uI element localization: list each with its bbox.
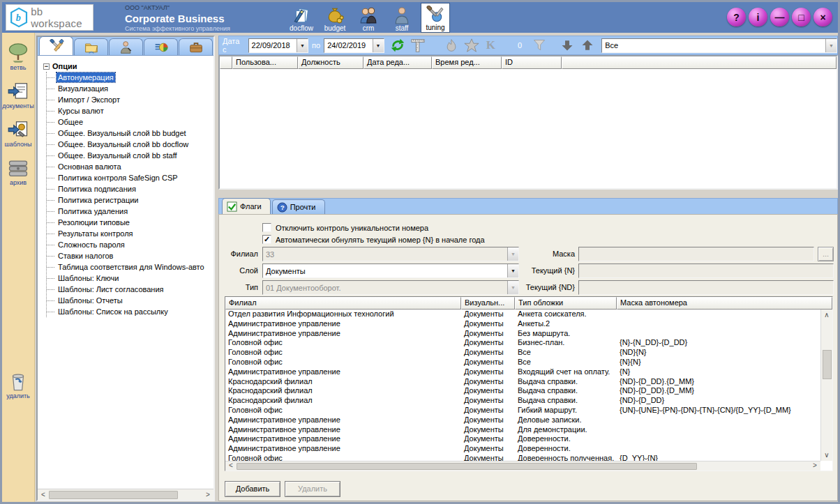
column-header[interactable]: Визуальн... [461, 297, 515, 310]
table-row[interactable]: Административное управлениеДокументыВход… [225, 367, 820, 377]
tree-item[interactable]: Таблица соответствия для Windows-авто [47, 261, 213, 273]
table-vscrollbar[interactable]: ∧ ∨ [820, 310, 832, 461]
scroll-left-icon[interactable]: < [225, 461, 237, 471]
table-row[interactable]: Краснодарский филиалДокументыВыдача спра… [225, 377, 820, 387]
scrollbar-thumb[interactable] [823, 350, 832, 379]
column-header[interactable]: ID [502, 56, 562, 69]
tree-item[interactable]: Общее. Визуальный слой bb budget [47, 128, 213, 139]
sidebar-item-archive[interactable]: архив [8, 158, 29, 186]
tab-chart[interactable] [144, 38, 178, 55]
chevron-down-icon[interactable]: ▼ [507, 264, 518, 277]
table-row[interactable]: Административное управлениеДокументыАнке… [225, 319, 820, 329]
column-header[interactable]: Время ред... [432, 56, 502, 69]
table-row[interactable]: Головной офисДокументыВсе{ND}{N} [225, 348, 820, 358]
table-row[interactable]: Головной офисДокументыГибкий маршрут.{UN… [225, 406, 820, 415]
tree-item[interactable]: Шаблоны: Лист согласования [47, 284, 213, 295]
k-button[interactable]: K [486, 38, 495, 52]
table-row[interactable]: Головной офисДокументыДоверенность получ… [225, 454, 820, 461]
move-down-button[interactable] [559, 37, 575, 54]
date-to-combo[interactable]: 24/02/2019 ▼ [324, 38, 384, 53]
table-row[interactable]: Отдел развития Информационных технологий… [225, 310, 820, 319]
column-header[interactable]: Тип обложки [515, 297, 617, 310]
tree-item[interactable]: Основная валюта [47, 161, 213, 172]
tab-person[interactable] [109, 38, 143, 55]
tree-item[interactable]: Общее [47, 116, 213, 128]
tree-item[interactable]: Политика удаления [47, 206, 213, 217]
current-n-field[interactable] [578, 264, 834, 278]
scroll-up-icon[interactable]: ∧ [821, 310, 832, 321]
column-header[interactable]: Пользова... [232, 56, 298, 69]
chevron-down-icon[interactable]: ▼ [373, 39, 384, 52]
tab-tools[interactable] [39, 36, 73, 55]
tree-item[interactable]: Политика подписания [47, 183, 213, 194]
tab-briefcase[interactable] [179, 38, 213, 55]
table-row[interactable]: Головной офисДокументыБизнес-план.{N}-{N… [225, 338, 820, 348]
add-button[interactable]: Добавить [225, 481, 280, 497]
tree-item[interactable]: Импорт / Экспорт [47, 94, 213, 105]
column-header[interactable] [220, 56, 232, 69]
tree-item[interactable]: Сложность пароля [47, 239, 213, 250]
move-up-button[interactable] [579, 37, 595, 54]
tree-hscrollbar[interactable]: < > [38, 489, 213, 500]
checkbox-unchecked-icon[interactable] [262, 223, 271, 232]
ruler-button[interactable] [410, 37, 426, 54]
scroll-right-icon[interactable]: > [809, 461, 820, 471]
table-row[interactable]: Краснодарский филиалДокументыВыдача спра… [225, 386, 820, 396]
help-button[interactable]: ? [727, 8, 746, 26]
tree-item[interactable]: Резолюции типовые [47, 217, 213, 228]
tree-item[interactable]: Общее. Визуальный слой bb docflow [47, 139, 213, 150]
module-tuning[interactable]: tuning [421, 3, 450, 33]
table-row[interactable]: Административное управлениеДокументыДове… [225, 444, 820, 454]
table-row[interactable]: Краснодарский филиалДокументыВыдача спра… [225, 396, 820, 406]
chevron-down-icon[interactable]: ▼ [297, 39, 308, 52]
tree-item[interactable]: Политика регистрации [47, 194, 213, 206]
sidebar-item-branch[interactable]: ветвь [8, 43, 29, 71]
table-row[interactable]: Административное управлениеДокументыБез … [225, 329, 820, 339]
close-button[interactable]: × [813, 8, 832, 26]
info-button[interactable]: i [749, 8, 767, 26]
flame-button[interactable] [444, 37, 460, 54]
column-header[interactable]: Дата реда... [363, 56, 432, 69]
tree-item[interactable]: Политика контроля SafeSign CSP [47, 172, 213, 183]
column-header[interactable] [562, 56, 837, 69]
table-row[interactable]: Административное управлениеДокументыДове… [225, 434, 820, 444]
favorite-button[interactable] [464, 37, 480, 54]
checkbox-unique-control[interactable]: Отключить контроль уникальности номера [262, 223, 428, 232]
tree-item[interactable]: Визуализация [47, 83, 213, 94]
panel-splitter[interactable] [218, 190, 838, 198]
sidebar-item-delete[interactable]: удалить [6, 371, 30, 399]
filter-button[interactable] [531, 37, 547, 54]
mask-field[interactable] [578, 247, 814, 261]
filial-combo[interactable]: 33 ▼ [262, 247, 519, 261]
column-header[interactable]: Должность [298, 56, 363, 69]
module-staff[interactable]: staff [387, 3, 417, 33]
collapse-icon[interactable]: − [43, 63, 50, 70]
checkbox-checked-icon[interactable]: ✓ [262, 235, 271, 244]
tab-folder[interactable] [74, 38, 108, 55]
checkbox-reset-control[interactable]: ✓ Автоматически обнулять текущий номер {… [262, 235, 485, 244]
tree-root-options[interactable]: − Опции [43, 61, 213, 72]
column-header[interactable]: Маска автономера [617, 297, 832, 310]
tree-item[interactable]: Шаблоны: Список на рассылку [47, 306, 213, 317]
tree-item[interactable]: Ставки налогов [47, 250, 213, 261]
layer-combo[interactable]: Документы ▼ [262, 264, 519, 278]
module-docflow[interactable]: docflow [287, 3, 316, 33]
tree-item[interactable]: Автонумерация [47, 72, 213, 83]
delete-button[interactable]: Удалить [285, 481, 340, 497]
chevron-down-icon[interactable]: ▼ [825, 39, 837, 52]
current-nd-field[interactable] [578, 280, 834, 295]
tree-item[interactable]: Общее. Визуальный слой bb staff [47, 150, 213, 161]
type-combo[interactable]: 01 Документооборот. ▼ [262, 280, 519, 295]
scroll-left-icon[interactable]: < [38, 489, 49, 501]
tree-item[interactable]: Курсы валют [47, 105, 213, 116]
view-filter-combo[interactable]: Все ▼ [601, 38, 837, 53]
mask-browse-button[interactable]: ... [818, 247, 834, 261]
date-from-combo[interactable]: 22/09/2018 ▼ [248, 38, 308, 53]
tab-other[interactable]: ? Прочти [272, 199, 325, 214]
scrollbar-thumb[interactable] [237, 463, 697, 470]
maximize-button[interactable]: □ [792, 8, 811, 26]
table-row[interactable]: Административное управлениеДокументыДело… [225, 415, 820, 425]
table-hscrollbar[interactable]: < > [225, 461, 820, 471]
sidebar-item-documents[interactable]: документы [2, 81, 33, 109]
scrollbar-thumb[interactable] [49, 491, 178, 499]
